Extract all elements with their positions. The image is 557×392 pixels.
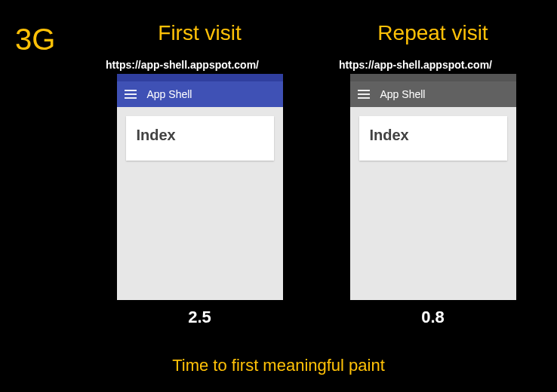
- status-bar: [350, 74, 516, 81]
- column-repeat-visit: Repeat visit https://app-shell.appspot.c…: [331, 21, 534, 327]
- url-label: https://app-shell.appspot.com/: [106, 59, 259, 71]
- column-title: Repeat visit: [377, 21, 488, 45]
- phone-screenshot: App Shell Index: [117, 74, 283, 300]
- app-bar: App Shell: [117, 81, 283, 107]
- network-badge: 3G: [15, 23, 55, 57]
- timing-value: 2.5: [188, 308, 211, 327]
- slide-caption: Time to first meaningful paint: [0, 356, 557, 375]
- phone-content: Index: [117, 107, 283, 300]
- card-title: Index: [370, 127, 497, 144]
- timing-value: 0.8: [421, 308, 445, 327]
- card-title: Index: [137, 127, 263, 144]
- comparison-columns: First visit https://app-shell.appspot.co…: [98, 21, 534, 327]
- hamburger-icon: [125, 90, 137, 99]
- url-label: https://app-shell.appspot.com/: [339, 59, 492, 71]
- status-bar: [117, 74, 283, 81]
- hamburger-icon: [358, 90, 370, 99]
- content-card: Index: [126, 116, 274, 161]
- app-title: App Shell: [147, 88, 192, 100]
- content-card: Index: [359, 116, 507, 161]
- app-title: App Shell: [380, 88, 426, 100]
- phone-content: Index: [350, 107, 516, 300]
- column-first-visit: First visit https://app-shell.appspot.co…: [98, 21, 301, 327]
- app-bar: App Shell: [350, 81, 516, 107]
- column-title: First visit: [158, 21, 241, 45]
- phone-screenshot: App Shell Index: [350, 74, 516, 300]
